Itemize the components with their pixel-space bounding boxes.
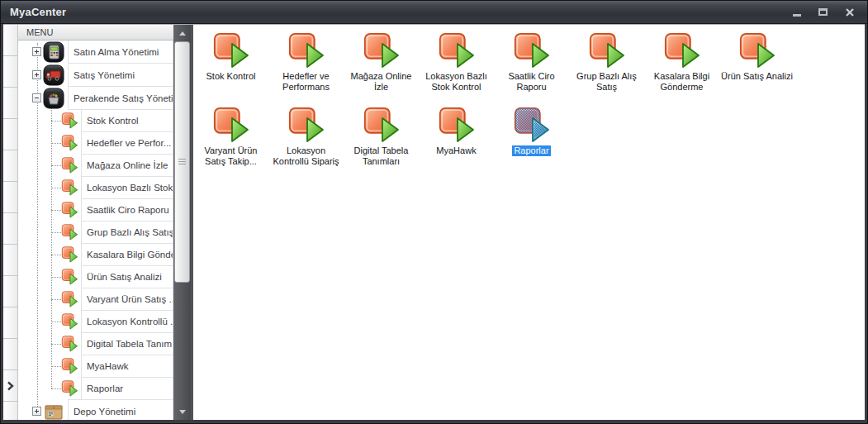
tree-subitem-cell[interactable]: Ürün Satış Analizi: [81, 265, 173, 288]
shortcut-item[interactable]: MyaHawk: [419, 107, 494, 181]
module-play-icon: [438, 107, 476, 143]
tree-item-label: Satın Alma Yönetimi: [74, 47, 159, 57]
shortcut-item[interactable]: Kasalara Bilgi Gönderme: [644, 32, 719, 107]
sidebar-scrollbar[interactable]: [173, 25, 191, 420]
tree-subitem[interactable]: Stok Kontrol: [18, 110, 173, 132]
package-box-icon: [43, 401, 64, 420]
tree-connector-stub: [51, 232, 61, 233]
expand-toggle-icon[interactable]: [32, 407, 41, 416]
tree-subitem-cell[interactable]: Hedefler ve Perfor...: [81, 131, 173, 155]
shortcut-label: Stok Kontrol: [206, 71, 256, 82]
expand-toggle-icon[interactable]: [32, 70, 41, 79]
shortcut-item[interactable]: Ürün Satış Analizi: [719, 32, 794, 107]
tree-subitem-cell[interactable]: Stok Kontrol: [81, 109, 173, 132]
shortcut-label: Kasalara Bilgi Gönderme: [646, 71, 719, 93]
tree-item[interactable]: Satış Yönetimi: [18, 64, 173, 87]
sidebar: MENU Satın Alma YönetimiSatış YönetimiPe…: [18, 25, 173, 420]
tree-subitem-cell[interactable]: Raporlar: [81, 377, 173, 400]
expand-toggle-icon[interactable]: [32, 47, 41, 56]
module-play-icon: [61, 202, 78, 218]
tree-item[interactable]: Depo Yönetimi: [18, 400, 173, 420]
shortcut-item[interactable]: Lokasyon Kontrollü Sipariş: [268, 107, 344, 181]
scrollbar-grip-icon: [178, 159, 186, 165]
shortcut-item[interactable]: Lokasyon Bazlı Stok Kontrol: [419, 32, 494, 107]
left-collapse-strip: [3, 25, 18, 420]
close-icon: [845, 7, 855, 17]
module-play-icon: [61, 336, 78, 352]
tree-subitem[interactable]: Saatlik Ciro Raporu: [18, 199, 173, 222]
scrollbar-thumb[interactable]: [174, 41, 190, 283]
tree-subitem[interactable]: Digital Tabela Tanım...: [18, 333, 173, 355]
tree-item-cell[interactable]: Depo Yönetimi: [68, 399, 173, 420]
tree-subitem[interactable]: Hedefler ve Perfor...: [18, 132, 173, 155]
tree-subitem-cell[interactable]: Grup Bazlı Alış Satış: [81, 221, 173, 244]
shortcut-item[interactable]: Grup Bazlı Alış Satış: [569, 32, 644, 107]
shortcut-item[interactable]: Varyant Ürün Satış Takip...: [193, 107, 268, 181]
window-body: MENU Satın Alma YönetimiSatış YönetimiPe…: [3, 24, 865, 420]
titlebar[interactable]: MyaCenter: [1, 1, 867, 24]
tree-item-label: Depo Yönetimi: [74, 407, 135, 417]
tree-connector-stub: [51, 344, 61, 345]
tree-subitem[interactable]: Varyant Ürün Satış ...: [18, 288, 173, 311]
menu-tree: Satın Alma YönetimiSatış YönetimiPeraken…: [18, 40, 173, 420]
tree-connector-stub: [51, 143, 61, 144]
scroll-up-button[interactable]: [173, 25, 191, 41]
tree-subitem-label: Varyant Ürün Satış ...: [87, 294, 173, 304]
module-play-icon: [61, 269, 78, 285]
tree-item-cell[interactable]: Perakende Satış Yönetimi: [68, 86, 173, 110]
arrow-up-icon: [179, 31, 186, 36]
shortcut-item[interactable]: Hedefler ve Performans: [268, 32, 344, 107]
tree-subitem[interactable]: Grup Bazlı Alış Satış: [18, 222, 173, 244]
window-controls: [790, 1, 856, 23]
shortcut-item[interactable]: Raporlar: [494, 107, 569, 181]
tree-item-cell[interactable]: Satış Yönetimi: [68, 63, 173, 87]
shortcut-item[interactable]: Stok Kontrol: [193, 32, 268, 107]
shortcut-label: Digital Tabela Tanımları: [345, 145, 418, 167]
module-play-icon: [738, 32, 776, 69]
tree-subitem-label: Ürün Satış Analizi: [87, 272, 162, 282]
tree-subitem[interactable]: Mağaza Online İzle: [18, 155, 173, 177]
tree-subitem[interactable]: Kasalara Bilgi Gönde...: [18, 244, 173, 266]
tree-subitem-cell[interactable]: Mağaza Online İzle: [81, 154, 173, 177]
collapse-toggle-icon[interactable]: [32, 93, 41, 102]
scroll-down-button[interactable]: [173, 403, 191, 420]
shortcut-item[interactable]: Mağaza Online İzle: [344, 32, 419, 107]
tree-item-cell[interactable]: Satın Alma Yönetimi: [68, 40, 173, 64]
tree-subitem[interactable]: MyaHawk: [18, 355, 173, 378]
tree-subitem-cell[interactable]: Saatlik Ciro Raporu: [81, 198, 173, 222]
shortcut-label: MyaHawk: [436, 145, 476, 156]
minimize-button[interactable]: [790, 6, 803, 18]
tree-subitem-cell[interactable]: Lokasyon Bazlı Stok ...: [81, 176, 173, 199]
tree-subitem-cell[interactable]: Digital Tabela Tanım...: [81, 332, 173, 355]
tree-item[interactable]: Satın Alma Yönetimi: [18, 40, 173, 64]
module-play-icon: [363, 107, 401, 143]
red-truck-icon: [43, 64, 64, 86]
shortcut-label: Grup Bazlı Alış Satış: [571, 71, 643, 93]
shortcut-item[interactable]: Digital Tabela Tanımları: [344, 107, 419, 181]
tree-subitem-cell[interactable]: Varyant Ürün Satış ...: [81, 288, 173, 311]
shortcut-grid: Stok KontrolHedefler ve PerformansMağaza…: [193, 25, 865, 420]
shortcut-label: Mağaza Online İzle: [345, 71, 418, 93]
tree-item-label: Satış Yönetimi: [74, 70, 135, 80]
tree-subitem[interactable]: Lokasyon Kontrollü ...: [18, 311, 173, 333]
module-play-icon: [438, 32, 476, 69]
tree-subitem[interactable]: Lokasyon Bazlı Stok ...: [18, 177, 173, 199]
tree-subitem-cell[interactable]: MyaHawk: [81, 355, 173, 378]
module-play-icon: [61, 358, 78, 374]
collapse-panel-button[interactable]: [3, 370, 17, 402]
tree-subitem[interactable]: Raporlar: [18, 378, 173, 400]
tree-subitem-label: Saatlik Ciro Raporu: [87, 205, 169, 215]
module-play-icon: [588, 32, 626, 69]
tree-item[interactable]: Perakende Satış Yönetimi: [18, 87, 173, 110]
tree-subitem-cell[interactable]: Kasalara Bilgi Gönde...: [81, 243, 173, 266]
tree-subitem-label: Digital Tabela Tanım...: [87, 339, 173, 349]
tree-connector-stub: [51, 322, 61, 322]
maximize-button[interactable]: [817, 6, 829, 18]
close-button[interactable]: [843, 6, 856, 18]
tree-subitem-cell[interactable]: Lokasyon Kontrollü ...: [81, 310, 173, 333]
tree-subitem-label: Stok Kontrol: [87, 116, 139, 126]
tree-subitem[interactable]: Ürün Satış Analizi: [18, 266, 173, 288]
shortcut-item[interactable]: Saatlik Ciro Raporu: [494, 32, 569, 107]
tree-subitem-label: Lokasyon Bazlı Stok ...: [87, 183, 173, 193]
module-play-icon: [61, 313, 78, 330]
